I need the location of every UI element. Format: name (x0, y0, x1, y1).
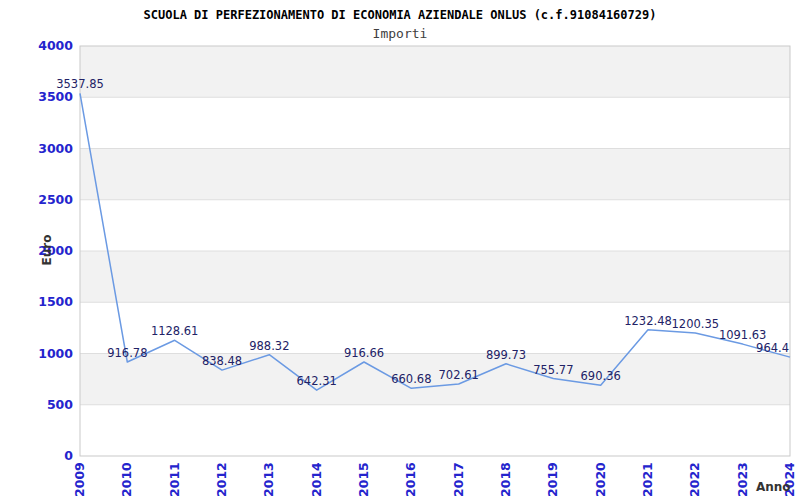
point-label: 755.77 (533, 363, 573, 377)
point-label: 3537.85 (56, 77, 104, 91)
point-label: 899.73 (486, 348, 526, 362)
point-label: 916.66 (344, 346, 384, 360)
plot-band (80, 46, 790, 97)
x-tick-label: 2014 (309, 462, 324, 497)
plot-band (80, 251, 790, 302)
x-tick-label: 2022 (687, 462, 702, 497)
y-tick-label: 3000 (38, 141, 73, 156)
point-label: 988.32 (249, 339, 289, 353)
y-tick-label: 0 (64, 448, 73, 463)
point-label: 642.31 (297, 374, 337, 388)
chart-container: SCUOLA DI PERFEZIONAMENTO DI ECONOMIA AZ… (0, 0, 800, 500)
y-tick-label: 3500 (38, 89, 73, 104)
y-tick-label: 1000 (38, 346, 73, 361)
point-label: 690.36 (581, 369, 621, 383)
y-tick-label: 500 (47, 397, 73, 412)
point-label: 1200.35 (672, 317, 720, 331)
point-label: 702.61 (439, 368, 479, 382)
x-tick-label: 2015 (356, 462, 371, 497)
x-tick-label: 2013 (261, 462, 276, 497)
x-axis-title: Anno (756, 480, 791, 494)
y-tick-label: 2500 (38, 192, 73, 207)
point-label: 1091.63 (719, 328, 767, 342)
x-tick-label: 2017 (451, 462, 466, 497)
x-tick-label: 2019 (545, 462, 560, 497)
point-label: 964.4 (756, 341, 789, 355)
x-tick-label: 2010 (119, 462, 134, 497)
y-axis-title: Euro (40, 235, 54, 266)
x-tick-label: 2009 (72, 462, 87, 497)
y-tick-label: 1500 (38, 294, 73, 309)
x-tick-label: 2012 (214, 462, 229, 497)
y-tick-label: 4000 (38, 38, 73, 53)
plot-band (80, 405, 790, 456)
plot-area: 0500100015002000250030003500400020092010… (0, 0, 800, 500)
point-label: 916.78 (107, 346, 147, 360)
x-tick-label: 2016 (403, 462, 418, 497)
point-label: 838.48 (202, 354, 242, 368)
plot-band (80, 354, 790, 405)
plot-band (80, 97, 790, 148)
x-tick-label: 2018 (498, 462, 513, 497)
x-tick-label: 2023 (735, 462, 750, 497)
point-label: 1232.48 (624, 314, 672, 328)
x-tick-label: 2011 (167, 462, 182, 497)
point-label: 1128.61 (151, 324, 199, 338)
x-tick-label: 2020 (593, 462, 608, 497)
plot-band (80, 200, 790, 251)
x-tick-label: 2021 (640, 462, 655, 497)
point-label: 660.68 (391, 372, 431, 386)
plot-band (80, 149, 790, 200)
